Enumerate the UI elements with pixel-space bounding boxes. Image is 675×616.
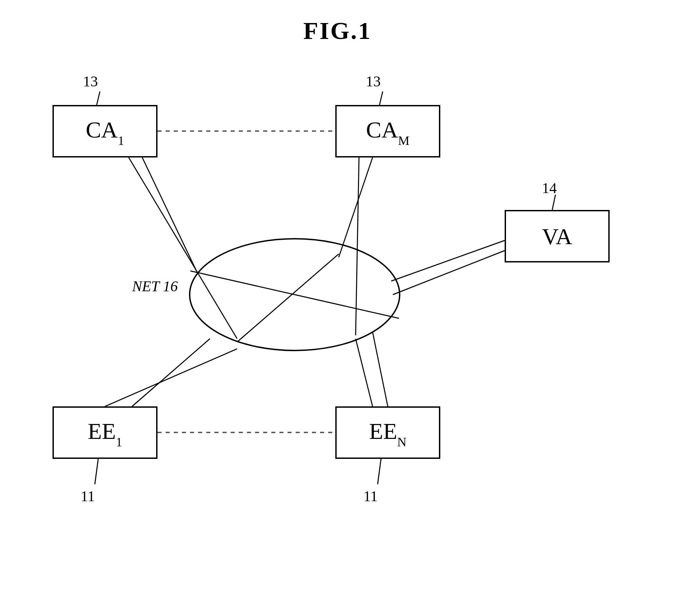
svg-line-16 (391, 240, 505, 281)
svg-line-12 (132, 339, 210, 406)
box-cam-label: CAM (366, 118, 409, 145)
svg-line-11 (237, 254, 339, 342)
svg-line-1 (379, 91, 383, 106)
svg-line-17 (393, 251, 505, 295)
box-ee1-label: EE1 (88, 420, 122, 446)
ref-11-left: 11 (81, 488, 95, 505)
box-ee1: EE1 (52, 406, 157, 459)
svg-point-5 (190, 239, 400, 351)
svg-line-15 (373, 332, 388, 406)
box-een-label: EEN (369, 420, 407, 446)
box-va-label: VA (542, 225, 572, 248)
box-een: EEN (335, 406, 440, 459)
svg-line-3 (95, 459, 98, 484)
svg-line-9 (356, 157, 359, 335)
svg-line-8 (339, 157, 373, 257)
box-va: VA (505, 210, 610, 262)
diagram-svg (0, 0, 675, 616)
svg-line-0 (97, 91, 100, 106)
svg-line-4 (378, 459, 381, 484)
box-ca1-label: CA1 (86, 118, 124, 145)
svg-line-7 (129, 157, 237, 339)
box-cam: CAM (335, 105, 440, 157)
ref-13-right: 13 (366, 73, 381, 90)
net-label: NET 16 (132, 278, 178, 295)
box-ca1: CA1 (52, 105, 157, 157)
svg-line-2 (552, 195, 555, 211)
svg-line-10 (190, 271, 399, 318)
figure-title: FIG.1 (303, 17, 372, 45)
svg-line-13 (105, 349, 237, 406)
ref-14: 14 (542, 179, 557, 197)
diagram: FIG.1 (0, 0, 675, 616)
ref-11-right: 11 (363, 488, 378, 505)
ref-13-left: 13 (83, 73, 98, 90)
svg-line-6 (142, 157, 196, 271)
svg-line-14 (356, 339, 373, 406)
